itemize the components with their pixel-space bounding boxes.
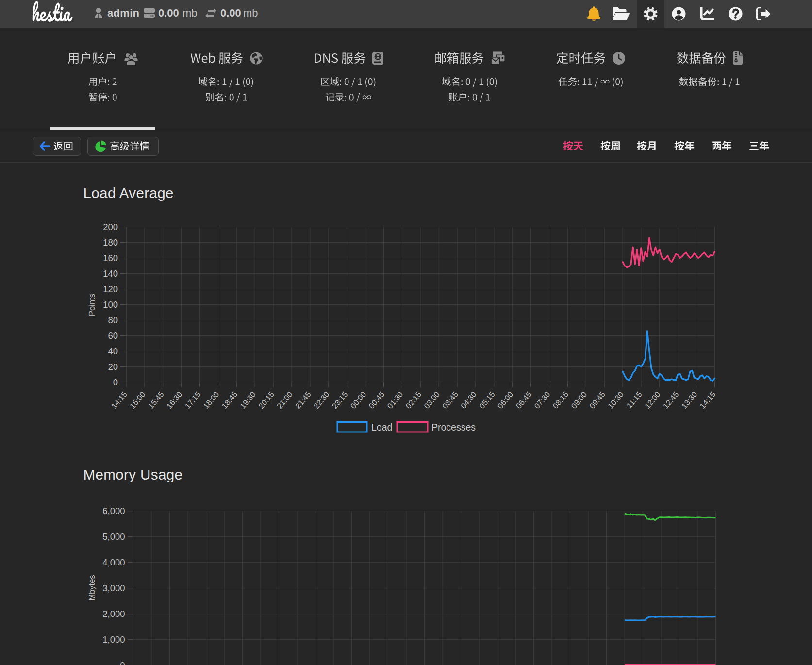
svg-text:6,000: 6,000: [102, 506, 125, 516]
svg-text:Mbytes: Mbytes: [87, 575, 96, 600]
svg-text:2,000: 2,000: [102, 609, 125, 619]
svg-text:0: 0: [120, 660, 125, 665]
svg-text:5,000: 5,000: [102, 532, 125, 542]
svg-text:3,000: 3,000: [102, 583, 125, 593]
svg-text:1,000: 1,000: [102, 634, 125, 645]
svg-text:4,000: 4,000: [102, 557, 125, 567]
